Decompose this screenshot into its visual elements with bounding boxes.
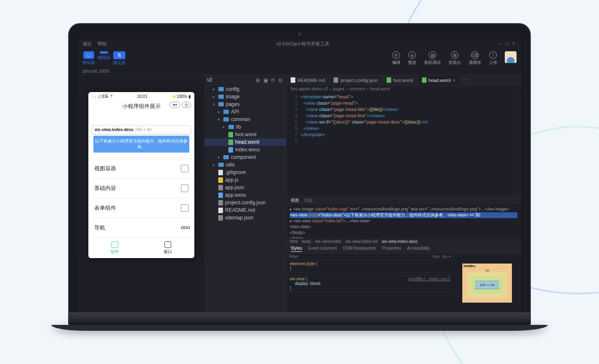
- toolbar-action-0[interactable]: ⟳ 编译: [392, 51, 400, 66]
- breadcrumb-item[interactable]: head.wxml: [370, 87, 390, 91]
- tree-node[interactable]: ▸ lib: [204, 123, 286, 131]
- folder-icon: [218, 95, 224, 99]
- phone-section[interactable]: 基础内容: [88, 178, 194, 198]
- editor-tab[interactable]: project.config.json: [329, 75, 382, 85]
- toolbar-action-1[interactable]: ◎ 预览: [408, 51, 416, 66]
- cls-toggle[interactable]: .cls: [441, 254, 447, 259]
- css-rule[interactable]: </span> <span class="sel2" data-interact…: [286, 272, 453, 275]
- tree-node[interactable]: sitemap.json: [204, 214, 286, 222]
- phone-section[interactable]: 表单组件: [88, 198, 194, 218]
- menu-project[interactable]: 项目: [82, 41, 92, 47]
- dom-node[interactable]: ▸ <wx-image class="index-logo" src="../r…: [290, 206, 517, 212]
- code-line[interactable]: </template>: [301, 132, 512, 138]
- minimize-icon[interactable]: –: [499, 41, 503, 45]
- dom-node[interactable]: ▸ <wx-view class="index-bd">…</wx-view>: [290, 218, 517, 224]
- breadcrumb-item[interactable]: common: [349, 87, 365, 91]
- tree-node[interactable]: project.config.json: [204, 199, 286, 206]
- dom-node[interactable]: <wx-view class="index-desc">以下将展示小程序官方组件…: [290, 212, 517, 218]
- toolbar-action-2[interactable]: ▤ 真机调试: [424, 51, 441, 66]
- dom-breadcrumb-item[interactable]: wx-view.index-desc: [382, 239, 418, 244]
- devtools-subtab[interactable]: Styles: [291, 246, 302, 252]
- menu-help[interactable]: 帮助: [98, 41, 107, 47]
- code-editor[interactable]: 12345678 <template name="head"> <view cl…: [286, 92, 521, 196]
- dom-breadcrumb-item[interactable]: body: [302, 239, 311, 244]
- code-line[interactable]: <view class="page-head-title">{{title}}<…: [301, 107, 512, 113]
- refresh-icon[interactable]: ⟳: [271, 77, 276, 82]
- tree-node[interactable]: app.wxss: [204, 191, 286, 199]
- maximize-icon[interactable]: □: [506, 41, 510, 45]
- editor-panel: README.md project.config.json foot.wxml …: [286, 75, 521, 312]
- chevron-icon: ▸: [213, 95, 216, 99]
- toolbar-action-4[interactable]: ⌫ 清缓存: [469, 51, 481, 66]
- devtools-subtab[interactable]: Properties: [382, 246, 401, 252]
- breadcrumb-item[interactable]: fino-applet-demo-v2: [291, 87, 328, 91]
- tree-node[interactable]: index.wxss: [204, 146, 286, 153]
- close-icon[interactable]: ×: [512, 41, 517, 45]
- new-folder-icon[interactable]: ▣: [263, 77, 268, 82]
- css-rule[interactable]: localfile:/…index.css:2 wx-view {display…: [286, 275, 453, 292]
- toolbar-mode-0[interactable]: □ 模拟器: [82, 51, 95, 66]
- tree-node[interactable]: app.json: [204, 184, 286, 191]
- code-line[interactable]: </view>: [301, 126, 512, 132]
- avatar[interactable]: [505, 51, 517, 63]
- editor-tab[interactable]: README.md: [286, 75, 329, 85]
- tree-node[interactable]: ▾ common: [204, 116, 286, 123]
- devtools-tab-view[interactable]: 视图: [291, 198, 299, 203]
- minimap[interactable]: [512, 92, 521, 196]
- code-line[interactable]: <view class="page-head-line"></view>: [301, 113, 512, 119]
- dom-tree[interactable]: ▸ <wx-image class="index-logo" src="../r…: [286, 205, 521, 238]
- add-rule-icon[interactable]: +: [448, 254, 451, 259]
- tree-node[interactable]: head.wxml: [204, 138, 286, 146]
- code-line[interactable]: <view wx:if="{{desc}}" class="page-head-…: [301, 119, 512, 126]
- dom-node[interactable]: </body>: [290, 230, 517, 236]
- tree-node[interactable]: README.md: [204, 206, 286, 214]
- toolbar-mode-icon: [100, 51, 108, 54]
- styles-panel[interactable]: Filter :hov .cls + element.style {} </sp…: [286, 253, 453, 312]
- toolbar-action-5[interactable]: ⤴ 上传: [489, 51, 497, 66]
- tree-node[interactable]: ▸ image: [204, 93, 286, 100]
- editor-tab[interactable]: foot.wxml: [382, 75, 417, 85]
- toolbar-action-icon: ⌫: [471, 51, 479, 59]
- dom-breadcrumb-item[interactable]: wx-view.index-hd: [345, 239, 377, 244]
- phone-tab[interactable]: 接口: [141, 238, 194, 258]
- tabs-more-icon[interactable]: ⋯: [460, 75, 472, 85]
- tree-node[interactable]: ▸ config: [204, 85, 286, 93]
- editor-tab[interactable]: head.wxml×: [418, 75, 460, 85]
- phone-menu-icon[interactable]: •••: [170, 102, 180, 108]
- styles-filter-input[interactable]: Filter: [289, 254, 298, 259]
- tree-root-label[interactable]: v2: [207, 77, 212, 83]
- breadcrumb-item[interactable]: pages: [333, 87, 344, 91]
- close-tab-icon[interactable]: ×: [453, 78, 455, 83]
- css-rule[interactable]: element.style {}: [286, 260, 453, 272]
- phone-close-icon[interactable]: ⊙: [182, 102, 191, 108]
- file-icon: [387, 77, 391, 83]
- tree-node[interactable]: ▸ component: [204, 153, 286, 161]
- folder-icon: [223, 117, 229, 121]
- dom-breadcrumb-item[interactable]: wx-view.index: [315, 239, 342, 244]
- devtools-subtab[interactable]: DOM Breakpoints: [343, 246, 376, 252]
- highlighted-element[interactable]: 以下将展示小程序官方组件能力，组件样式仅供参考。: [93, 136, 189, 153]
- code-line[interactable]: <view class="page-head">: [301, 100, 512, 107]
- dom-breadcrumb-item[interactable]: html: [290, 239, 298, 244]
- tree-node[interactable]: ▾ pages: [204, 100, 286, 108]
- tree-node[interactable]: ▸ API: [204, 108, 286, 116]
- devtools-subtab[interactable]: Accessibility: [407, 246, 430, 252]
- tree-node[interactable]: .gitignore: [204, 169, 286, 176]
- code-line[interactable]: <template name="head">: [301, 94, 512, 100]
- code-line[interactable]: [301, 138, 512, 145]
- devtools-subtab[interactable]: Event Listeners: [308, 246, 337, 252]
- toolbar-action-3[interactable]: ⊞ 切后台: [448, 51, 461, 66]
- hov-toggle[interactable]: :hov: [432, 254, 440, 259]
- devtools-tab-log[interactable]: 日志: [304, 198, 313, 203]
- new-file-icon[interactable]: ⊞: [256, 77, 261, 82]
- dom-node[interactable]: </wx-view>: [290, 224, 517, 230]
- phone-tab[interactable]: 组件: [88, 238, 141, 258]
- toolbar-mode-1[interactable]: 编辑器: [98, 51, 110, 66]
- tree-node[interactable]: app.js: [204, 176, 286, 184]
- collapse-icon[interactable]: ⊟: [278, 77, 284, 82]
- phone-section[interactable]: 视图容器: [88, 158, 194, 178]
- tree-node[interactable]: foot.wxml: [204, 131, 286, 138]
- tree-node[interactable]: ▸ utils: [204, 161, 286, 169]
- phone-section[interactable]: 导航 ooo: [88, 218, 194, 237]
- toolbar-mode-2[interactable]: ⇅ 调试器: [113, 51, 125, 66]
